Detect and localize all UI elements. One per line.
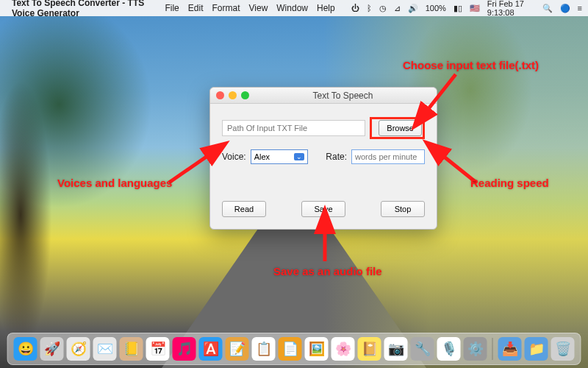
dock-folder-icon[interactable]: 📁	[525, 337, 548, 361]
dock-downloads-icon[interactable]: 📥	[498, 337, 522, 361]
callout-rate: Reading speed	[470, 177, 549, 189]
dock-preferences-icon[interactable]: ⚙️	[464, 337, 487, 361]
dock-stickies-icon[interactable]: 📔	[358, 337, 381, 361]
save-button[interactable]: Save	[301, 201, 345, 217]
input-source-icon[interactable]: 🇺🇸	[470, 4, 480, 13]
menu-window[interactable]: Window	[276, 3, 308, 13]
callout-save: Save as an audio file	[273, 265, 382, 277]
volume-icon[interactable]: 🔊	[408, 4, 418, 13]
window-titlebar[interactable]: Text To Speech	[210, 88, 437, 104]
dock-notes-icon[interactable]: 📝	[226, 337, 249, 361]
dock-trash-icon[interactable]: 🗑️	[551, 337, 575, 361]
voice-value: Alex	[254, 152, 270, 161]
dock-pages-icon[interactable]: 📄	[279, 337, 302, 361]
rate-label: Rate:	[326, 152, 347, 162]
dock-calendar-icon[interactable]: 📅	[146, 337, 170, 361]
dock-contacts-icon[interactable]: 📒	[120, 337, 143, 361]
wifi-icon[interactable]: ⊿	[394, 4, 401, 13]
rate-input[interactable]	[351, 149, 425, 164]
read-button[interactable]: Read	[222, 201, 266, 217]
dock-safari-icon[interactable]: 🧭	[67, 337, 90, 361]
svg-line-0	[425, 74, 456, 113]
dock-separator	[492, 338, 493, 360]
chevron-updown-icon: ⌄	[294, 153, 304, 160]
battery-percent[interactable]: 100%	[426, 4, 446, 13]
browse-button[interactable]: Browse	[379, 120, 422, 136]
dock-dictation-icon[interactable]: 🎙️	[437, 337, 461, 361]
dock-itunes-icon[interactable]: 🎵	[173, 337, 196, 361]
app-window: Text To Speech Browse Voice: Alex ⌄ Rate…	[209, 87, 437, 230]
dock-tool-icon[interactable]: 🔧	[411, 337, 434, 361]
menubar: Text To Speech Converter - TTS Voice Gen…	[0, 0, 588, 16]
dock-mail-icon[interactable]: ✉️	[93, 337, 117, 361]
app-menu[interactable]: Text To Speech Converter - TTS Voice Gen…	[12, 0, 157, 18]
spotlight-icon[interactable]: 🔍	[542, 4, 553, 13]
dock-screenshot-icon[interactable]: 📷	[384, 337, 408, 361]
dock-photos-icon[interactable]: 🌸	[331, 337, 355, 361]
minimize-button[interactable]	[229, 91, 237, 99]
dock-finder-icon[interactable]: 😀	[14, 337, 37, 361]
window-title: Text To Speech	[255, 91, 431, 101]
menu-edit[interactable]: Edit	[188, 3, 204, 13]
voice-label: Voice:	[222, 152, 246, 162]
menu-file[interactable]: File	[165, 3, 179, 13]
agent-icon[interactable]: 🔵	[560, 4, 570, 13]
close-button[interactable]	[216, 91, 224, 99]
dock-launchpad-icon[interactable]: 🚀	[40, 337, 64, 361]
dock-preview-icon[interactable]: 🖼️	[305, 337, 329, 361]
menu-help[interactable]: Help	[317, 3, 335, 13]
stop-button[interactable]: Stop	[381, 201, 425, 217]
svg-line-1	[169, 153, 212, 183]
menu-view[interactable]: View	[249, 3, 268, 13]
power-icon[interactable]: ⏻	[351, 4, 359, 13]
bluetooth-icon[interactable]: ᛒ	[367, 4, 372, 13]
notification-center-icon[interactable]: ≡	[578, 4, 582, 13]
arrow-icon	[318, 221, 332, 268]
menu-format[interactable]: Format	[212, 3, 240, 13]
clock[interactable]: Fri Feb 17 9:13:08	[487, 0, 535, 17]
callout-voice: Voices and languages	[57, 177, 172, 189]
battery-icon[interactable]: ▮▯	[453, 4, 462, 13]
arrow-icon	[419, 71, 463, 125]
zoom-button[interactable]	[241, 91, 249, 99]
dock-appstore-icon[interactable]: 🅰️	[199, 337, 223, 361]
input-file-path[interactable]	[222, 120, 365, 136]
voice-select[interactable]: Alex ⌄	[251, 149, 308, 164]
dock-reminders-icon[interactable]: 📋	[252, 337, 276, 361]
dock: 😀🚀🧭✉️📒📅🎵🅰️📝📋📄🖼️🌸📔📷🔧🎙️⚙️📥📁🗑️	[7, 333, 581, 365]
timemachine-icon[interactable]: ◷	[379, 4, 387, 13]
callout-browse: Choose input text file(.txt)	[403, 59, 539, 71]
